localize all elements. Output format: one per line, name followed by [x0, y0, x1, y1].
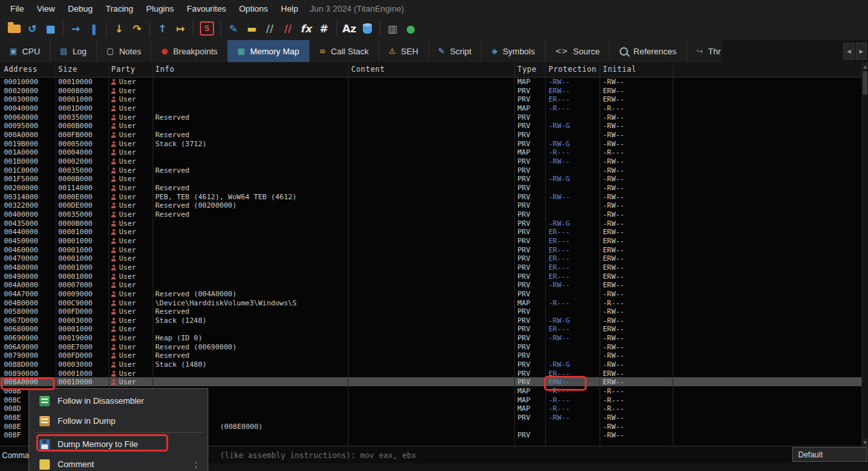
context-item-follow-in-disassembler[interactable]: Follow in Disassembler — [29, 391, 208, 411]
memory-row-000A0000[interactable]: 000A0000000FB000UserReservedPRV-RW-- — [0, 130, 862, 139]
memory-row-00095000[interactable]: 000950000000B000UserPRV-RW-G-RW-- — [0, 121, 862, 130]
column-header-protection[interactable]: Protection — [548, 65, 596, 74]
address-cell: 00400000 — [4, 210, 38, 219]
open-file-icon[interactable] — [5, 20, 23, 37]
type-cell: PRV — [517, 360, 530, 369]
stop-icon[interactable]: ■ — [41, 20, 60, 37]
memory-row-0019B000[interactable]: 0019B00000005000UserStack (3712)PRV-RW-G… — [0, 139, 862, 148]
memory-row-001F5000[interactable]: 001F50000000B000UserPRV-RW-G-RW-- — [0, 174, 862, 183]
memory-row-00040000[interactable]: 000400000001D000UserMAP-R----R--- — [0, 104, 862, 113]
comment-toolbar-icon[interactable]: ▬ — [243, 20, 261, 37]
menu-item-options[interactable]: Options — [232, 1, 274, 16]
memory-row-0088D000[interactable]: 0088D00000003000UserStack (1480)PRV-RW-G… — [0, 360, 862, 369]
tab-script[interactable]: ✎Script — [429, 40, 482, 62]
memory-row-00435000[interactable]: 004350000000B000UserPRV-RW-G-RW-- — [0, 219, 862, 228]
memory-row-00480000[interactable]: 0048000000001000UserPRVER---ERW-- — [0, 263, 862, 272]
memory-row-004A0000[interactable]: 004A000000007000UserPRV-RW--ERW-- — [0, 280, 862, 289]
label-icon[interactable]: // — [261, 20, 279, 37]
memory-row-001A0000[interactable]: 001A000000004000UserMAP-R----R--- — [0, 148, 862, 157]
tab-references[interactable]: References — [610, 40, 686, 62]
memory-row-00314000[interactable]: 003140000000E000UserPEB, TEB (4612), WoW… — [0, 192, 862, 201]
command-input-hint[interactable]: (like assembly instructions): mov eax, e… — [220, 451, 416, 460]
step-into-icon[interactable]: ↓ — [110, 20, 128, 37]
tab-log[interactable]: ▤Log — [50, 40, 97, 62]
hash-icon[interactable]: # — [315, 20, 333, 37]
function-icon[interactable]: fx — [297, 20, 315, 37]
memory-row-00440000[interactable]: 0044000000001000UserPRVER---ERW-- — [0, 227, 862, 236]
tab-seh[interactable]: ⚠SEH — [379, 40, 429, 62]
column-header-type[interactable]: Type — [517, 65, 537, 74]
menu-item-favourites[interactable]: Favourites — [180, 1, 233, 16]
memory-row-00470000[interactable]: 0047000000001000UserPRVER---ERW-- — [0, 254, 862, 263]
memory-row-00490000[interactable]: 0049000000001000UserPRVER---ERW-- — [0, 272, 862, 281]
column-header-size[interactable]: Size — [58, 65, 78, 74]
patches-icon[interactable]: ✎ — [224, 20, 243, 37]
context-item-follow-in-dump[interactable]: Follow in Dump — [29, 411, 208, 431]
tab-symbols[interactable]: ◈Symbols — [482, 40, 545, 62]
scylla-hide-icon[interactable]: S — [200, 21, 214, 36]
memory-row-006A9000[interactable]: 006A9000000E7000UserReserved (00690000)P… — [0, 342, 862, 351]
database-icon[interactable] — [358, 20, 376, 37]
tab-thr[interactable]: ↪Thr — [687, 40, 722, 62]
tab-scroll-right-icon[interactable]: ▶ — [856, 43, 867, 60]
memory-row-00690000[interactable]: 0069000000019000UserHeap (ID 0)PRV-RW---… — [0, 333, 862, 342]
tab-source[interactable]: <>Source — [545, 40, 610, 62]
memory-row-00460000[interactable]: 0046000000001000UserPRVER---ERW-- — [0, 245, 862, 254]
scroll-up-icon[interactable]: ▲ — [862, 62, 868, 70]
menu-item-plugins[interactable]: Plugins — [140, 1, 180, 16]
memory-columns-icon[interactable]: ▥ — [384, 20, 402, 37]
memory-row-00400000[interactable]: 0040000000035000UserReservedPRV-RW-- — [0, 210, 862, 219]
column-header-info[interactable]: Info — [155, 65, 175, 74]
memory-row-004A7000[interactable]: 004A700000009000UserReserved (004A0000)P… — [0, 289, 862, 298]
menu-item-tracing[interactable]: Tracing — [99, 1, 140, 16]
tab-scroll-left-icon[interactable]: ◀ — [843, 43, 854, 60]
bookmark-icon[interactable]: // — [279, 20, 297, 37]
tab-label: Script — [450, 47, 472, 56]
column-header-party[interactable]: Party — [111, 65, 135, 74]
tab-memory-map[interactable]: ▦Memory Map — [228, 40, 309, 62]
memory-row-00020000[interactable]: 0002000000008000UserPRVERW--ERW-- — [0, 86, 862, 95]
vertical-scrollbar[interactable]: ▲ ▼ — [862, 62, 868, 446]
memory-row-00200000[interactable]: 0020000000114000UserReservedPRV-RW-- — [0, 183, 862, 192]
column-header-address[interactable]: Address — [4, 65, 38, 74]
tab-breakpoints[interactable]: ●Breakpoints — [151, 40, 228, 62]
memory-row-00322000[interactable]: 00322000000DE000UserReserved (00200000)P… — [0, 201, 862, 210]
scroll-down-icon[interactable]: ▼ — [862, 438, 868, 446]
tab-cpu[interactable]: ▣CPU — [0, 40, 50, 62]
step-over-icon[interactable]: ↷ — [128, 20, 146, 37]
memory-row-00790000[interactable]: 00790000000FD000UserReservedPRV-RW-- — [0, 351, 862, 360]
run-icon[interactable]: → — [67, 20, 85, 37]
memory-row-001B0000[interactable]: 001B000000002000UserPRV-RW---RW-- — [0, 157, 862, 166]
memory-row-00680000[interactable]: 0068000000001000UserPRVER---ERW-- — [0, 324, 862, 333]
user-person-icon — [111, 176, 116, 182]
context-item-comment[interactable]: Comment; — [29, 454, 208, 471]
case-icon[interactable]: Az — [340, 20, 358, 37]
menu-item-view[interactable]: View — [30, 1, 61, 16]
menu-item-debug[interactable]: Debug — [61, 1, 99, 16]
tab-call-stack[interactable]: ≡Call Stack — [310, 40, 380, 62]
menu-item-help[interactable]: Help — [274, 1, 305, 16]
memory-row-00890000[interactable]: 0089000000001000UserPRVER---ERW-- — [0, 369, 862, 378]
column-header-content[interactable]: Content — [351, 65, 385, 74]
column-header-initial[interactable]: Initial — [603, 65, 636, 74]
memory-row-00580000[interactable]: 00580000000FD000UserReservedPRV-RW-- — [0, 307, 862, 316]
menu-item-file[interactable]: File — [4, 1, 30, 16]
memory-row-001C0000[interactable]: 001C000000035000UserReservedPRV-RW-- — [0, 166, 862, 175]
type-cell: PRV — [517, 351, 530, 360]
profile-dropdown[interactable]: Default — [792, 447, 867, 462]
pause-icon[interactable]: ‖ — [85, 20, 103, 37]
memory-row-00060000[interactable]: 0006000000035000UserReservedPRV-RW-- — [0, 113, 862, 122]
tab-notes[interactable]: ▢Notes — [97, 40, 151, 62]
scrollbar-thumb[interactable] — [863, 71, 867, 94]
context-item-dump-memory-to-file[interactable]: Dump Memory to File — [29, 434, 208, 454]
globe-icon[interactable]: ● — [402, 20, 420, 37]
memory-row-00030000[interactable]: 0003000000001000UserPRVER---ERW-- — [0, 94, 862, 104]
restart-icon[interactable]: ↺ — [23, 20, 41, 37]
run-to-user-code-icon[interactable]: ↦ — [171, 20, 190, 37]
memory-row-00450000[interactable]: 0045000000001000UserPRVER---ERW-- — [0, 236, 862, 245]
execute-till-return-icon[interactable]: ↑ — [153, 20, 171, 37]
memory-row-004B0000[interactable]: 004B0000000C9000User\Device\HarddiskVolu… — [0, 298, 862, 307]
memory-row-00010000[interactable]: 0001000000010000UserMAP-RW---RW-- — [0, 77, 862, 86]
memory-row-008A0000[interactable]: 008A000000010000UserPRVERW--ERW-- — [0, 377, 862, 386]
memory-row-0067D000[interactable]: 0067D00000003000UserStack (1248)PRV-RW-G… — [0, 316, 862, 325]
